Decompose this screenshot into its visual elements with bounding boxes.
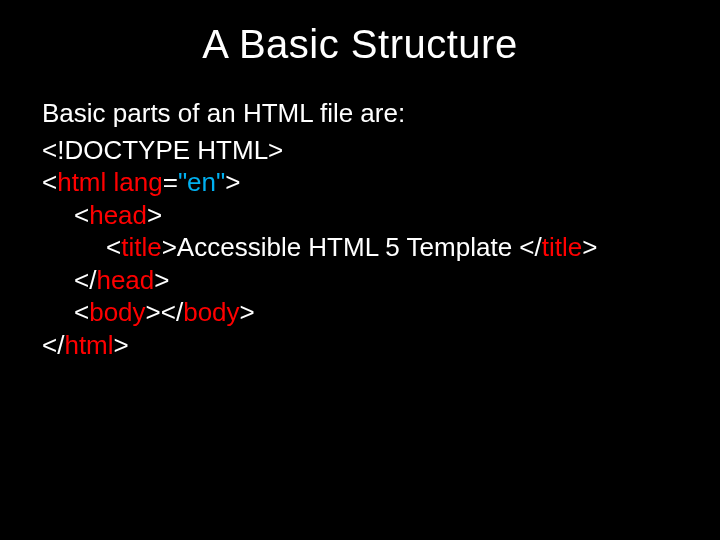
- code-frag: <: [42, 167, 57, 197]
- code-frag: >Accessible HTML 5 Template </: [162, 232, 542, 262]
- code-keyword: title: [121, 232, 161, 262]
- code-frag: >: [114, 330, 129, 360]
- code-block: <!DOCTYPE HTML> <html lang="en"> <head> …: [42, 134, 680, 362]
- code-frag: <: [74, 200, 89, 230]
- code-keyword: html: [64, 330, 113, 360]
- code-keyword: body: [183, 297, 239, 327]
- code-keyword: body: [89, 297, 145, 327]
- code-line-2: <html lang="en">: [42, 167, 240, 197]
- code-frag: >: [225, 167, 240, 197]
- code-frag: </: [74, 265, 96, 295]
- code-frag: >: [582, 232, 597, 262]
- slide: A Basic Structure Basic parts of an HTML…: [0, 0, 720, 540]
- code-line-3: <head>: [42, 199, 162, 232]
- code-keyword: lang: [106, 167, 162, 197]
- code-keyword: head: [89, 200, 147, 230]
- intro-text: Basic parts of an HTML file are:: [42, 97, 680, 130]
- code-line-1: <!DOCTYPE HTML>: [42, 135, 283, 165]
- code-line-4: <title>Accessible HTML 5 Template </titl…: [42, 231, 597, 264]
- code-frag: =: [163, 167, 178, 197]
- code-frag: >: [147, 200, 162, 230]
- code-line-5: </head>: [42, 264, 169, 297]
- code-frag: <: [74, 297, 89, 327]
- slide-title: A Basic Structure: [0, 0, 720, 97]
- code-frag: <: [106, 232, 121, 262]
- code-frag: >: [154, 265, 169, 295]
- code-keyword: head: [96, 265, 154, 295]
- slide-content: Basic parts of an HTML file are: <!DOCTY…: [0, 97, 720, 361]
- code-frag: </: [42, 330, 64, 360]
- code-frag: ></: [146, 297, 184, 327]
- code-line-7: </html>: [42, 330, 129, 360]
- code-keyword: title: [542, 232, 582, 262]
- code-line-6: <body></body>: [42, 296, 255, 329]
- code-keyword: html: [57, 167, 106, 197]
- code-string: "en": [178, 167, 225, 197]
- code-frag: >: [240, 297, 255, 327]
